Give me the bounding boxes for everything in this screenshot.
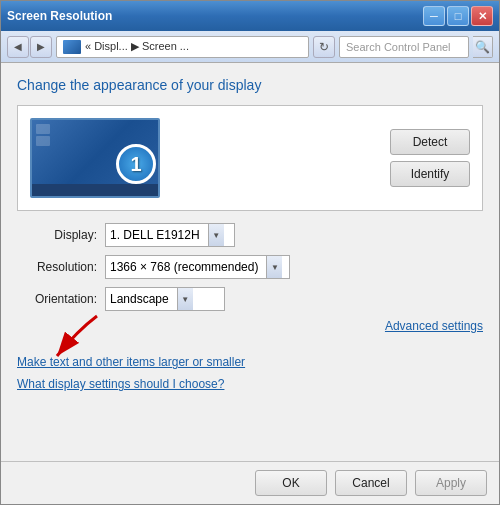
search-box[interactable]: Search Control Panel bbox=[339, 36, 469, 58]
address-bar: ◀ ▶ « Displ... ▶ Screen ... ↻ Search Con… bbox=[1, 31, 499, 63]
window: Screen Resolution ─ □ ✕ ◀ ▶ « Displ... ▶… bbox=[0, 0, 500, 505]
resolution-value: 1366 × 768 (recommended) bbox=[106, 260, 262, 274]
ok-button[interactable]: OK bbox=[255, 470, 327, 496]
display-select[interactable]: 1. DELL E1912H ▼ bbox=[105, 223, 235, 247]
advanced-settings-link[interactable]: Advanced settings bbox=[17, 319, 483, 333]
monitor-number-badge: 1 bbox=[116, 144, 156, 184]
monitor-taskbar bbox=[32, 184, 158, 196]
orientation-label: Orientation: bbox=[17, 292, 97, 306]
maximize-button[interactable]: □ bbox=[447, 6, 469, 26]
monitor-icons bbox=[36, 124, 50, 146]
links-section: Make text and other items larger or smal… bbox=[17, 341, 483, 395]
resolution-select[interactable]: 1366 × 768 (recommended) ▼ bbox=[105, 255, 290, 279]
identify-button[interactable]: Identify bbox=[390, 161, 470, 187]
make-text-link[interactable]: Make text and other items larger or smal… bbox=[17, 355, 483, 369]
monitor-icon-1 bbox=[36, 124, 50, 134]
content-area: Change the appearance of your display 1 … bbox=[1, 63, 499, 461]
cancel-button[interactable]: Cancel bbox=[335, 470, 407, 496]
orientation-select[interactable]: Landscape ▼ bbox=[105, 287, 225, 311]
display-row: Display: 1. DELL E1912H ▼ bbox=[17, 223, 483, 247]
forward-button[interactable]: ▶ bbox=[30, 36, 52, 58]
arrow-spacer bbox=[17, 341, 483, 351]
detect-buttons: Detect Identify bbox=[390, 129, 470, 187]
resolution-dropdown-arrow[interactable]: ▼ bbox=[266, 255, 282, 279]
refresh-button[interactable]: ↻ bbox=[313, 36, 335, 58]
display-dropdown-arrow[interactable]: ▼ bbox=[208, 223, 224, 247]
bottom-bar: OK Cancel Apply bbox=[1, 461, 499, 504]
resolution-label: Resolution: bbox=[17, 260, 97, 274]
search-icon[interactable]: 🔍 bbox=[473, 36, 493, 58]
window-title: Screen Resolution bbox=[7, 9, 423, 23]
what-display-link[interactable]: What display settings should I choose? bbox=[17, 377, 483, 391]
detect-button[interactable]: Detect bbox=[390, 129, 470, 155]
apply-button[interactable]: Apply bbox=[415, 470, 487, 496]
title-bar-buttons: ─ □ ✕ bbox=[423, 6, 493, 26]
page-title: Change the appearance of your display bbox=[17, 77, 483, 93]
orientation-dropdown-arrow[interactable]: ▼ bbox=[177, 287, 193, 311]
minimize-button[interactable]: ─ bbox=[423, 6, 445, 26]
orientation-row: Orientation: Landscape ▼ bbox=[17, 287, 483, 311]
address-path[interactable]: « Displ... ▶ Screen ... bbox=[56, 36, 309, 58]
title-bar: Screen Resolution ─ □ ✕ bbox=[1, 1, 499, 31]
orientation-value: Landscape bbox=[106, 292, 173, 306]
address-icon bbox=[63, 40, 81, 54]
close-button[interactable]: ✕ bbox=[471, 6, 493, 26]
monitor-preview: 1 bbox=[30, 118, 160, 198]
display-label: Display: bbox=[17, 228, 97, 242]
nav-buttons: ◀ ▶ bbox=[7, 36, 52, 58]
resolution-row: Resolution: 1366 × 768 (recommended) ▼ bbox=[17, 255, 483, 279]
back-button[interactable]: ◀ bbox=[7, 36, 29, 58]
display-value: 1. DELL E1912H bbox=[106, 228, 204, 242]
monitor-icon-2 bbox=[36, 136, 50, 146]
monitor-section: 1 Detect Identify bbox=[17, 105, 483, 211]
address-text: « Displ... ▶ Screen ... bbox=[85, 40, 189, 53]
arrow-area bbox=[17, 341, 483, 351]
form-section: Display: 1. DELL E1912H ▼ Resolution: 13… bbox=[17, 223, 483, 311]
